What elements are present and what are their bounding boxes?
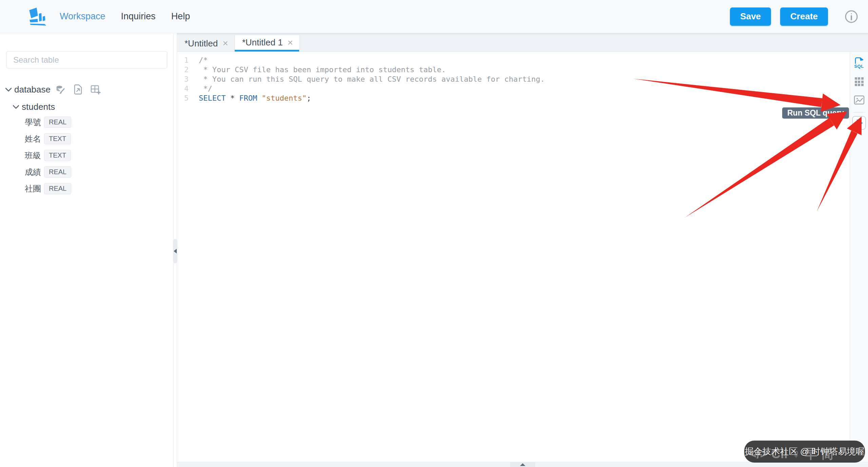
watermark-badge: </> Cli ♀ 早 简 掘金技术社区 @ 时钟塔易境喔 bbox=[744, 441, 865, 463]
nav-links: WorkspaceInquiriesHelp bbox=[60, 11, 190, 22]
database-label: database bbox=[14, 84, 51, 95]
chart-view-icon[interactable] bbox=[852, 93, 866, 107]
token-comment: * You can run this SQL query to make all… bbox=[199, 75, 545, 83]
column-name: 班級 bbox=[25, 150, 41, 161]
run-query-tooltip: Run SQL query bbox=[782, 107, 849, 119]
chevron-left-icon bbox=[174, 249, 177, 253]
column-name: 姓名 bbox=[25, 134, 41, 144]
results-panel-collapsed-bar bbox=[177, 462, 868, 467]
column-row: 成績REAL bbox=[0, 164, 173, 180]
column-row: 社團REAL bbox=[0, 180, 173, 197]
close-icon[interactable]: × bbox=[288, 38, 293, 47]
code-line: 3 * You can run this SQL query to make a… bbox=[177, 75, 850, 84]
tab-label: *Untitled 1 bbox=[242, 37, 283, 48]
token-keyword: SELECT bbox=[199, 94, 226, 102]
sidebar-splitter bbox=[174, 33, 177, 467]
column-type-badge: REAL bbox=[44, 117, 71, 128]
code-text: */ bbox=[199, 84, 212, 94]
editor-tabbar: *Untitled×*Untitled 1× bbox=[177, 33, 868, 52]
code-line: 1/* bbox=[177, 56, 850, 65]
code-line: 2 * Your CSV file has been imported into… bbox=[177, 65, 850, 75]
column-row: 學號REAL bbox=[0, 114, 173, 130]
code-line: 5SELECT * FROM "students"; bbox=[177, 94, 850, 103]
token-plain: * bbox=[226, 94, 239, 102]
sqliteviz-app: WorkspaceInquiriesHelp Save Create datab… bbox=[0, 0, 868, 467]
nav-link-workspace[interactable]: Workspace bbox=[60, 11, 105, 22]
chevron-up-icon bbox=[520, 463, 525, 466]
token-keyword: FROM bbox=[239, 94, 257, 102]
file-export-icon[interactable] bbox=[73, 84, 83, 95]
sql-view-icon[interactable]: SQL bbox=[852, 56, 866, 69]
column-type-badge: REAL bbox=[44, 166, 71, 178]
database-edit-icon[interactable] bbox=[55, 84, 65, 95]
token-comment: * Your CSV file has been imported into s… bbox=[199, 65, 446, 74]
info-icon[interactable] bbox=[844, 9, 859, 24]
column-name: 學號 bbox=[25, 117, 41, 128]
line-number: 5 bbox=[177, 94, 189, 103]
chevron-down-icon[interactable] bbox=[12, 102, 20, 111]
token-plain: ; bbox=[307, 94, 311, 102]
database-tree-row: database bbox=[4, 84, 173, 95]
tab-0[interactable]: *Untitled× bbox=[177, 35, 235, 52]
sidebar-collapse-handle[interactable] bbox=[173, 239, 177, 263]
column-row: 姓名TEXT bbox=[0, 130, 173, 147]
column-list: 學號REAL姓名TEXT班級TEXT成績REAL社團REAL bbox=[0, 114, 173, 197]
code-text: /* bbox=[199, 56, 208, 65]
column-type-badge: TEXT bbox=[44, 133, 71, 144]
nav-link-inquiries[interactable]: Inquiries bbox=[121, 11, 156, 22]
code-text: * Your CSV file has been imported into s… bbox=[199, 65, 446, 75]
close-icon[interactable]: × bbox=[223, 39, 228, 48]
token-comment: */ bbox=[199, 84, 212, 93]
grid-icon bbox=[855, 77, 864, 86]
line-number: 3 bbox=[177, 75, 189, 84]
create-button[interactable]: Create bbox=[780, 7, 828, 26]
column-row: 班級TEXT bbox=[0, 147, 173, 164]
top-navbar: WorkspaceInquiriesHelp Save Create bbox=[0, 0, 868, 33]
column-type-badge: TEXT bbox=[44, 150, 71, 161]
code-text: SELECT * FROM "students"; bbox=[199, 94, 311, 103]
nav-link-help[interactable]: Help bbox=[171, 11, 190, 22]
table-add-icon[interactable] bbox=[91, 84, 101, 95]
expand-results-handle[interactable] bbox=[510, 462, 535, 467]
tab-label: *Untitled bbox=[185, 38, 218, 49]
line-number: 1 bbox=[177, 56, 189, 65]
line-number: 4 bbox=[177, 84, 189, 94]
sql-view-label: SQL bbox=[854, 64, 864, 69]
schema-sidebar: database bbox=[0, 33, 174, 467]
chevron-down-icon[interactable] bbox=[4, 85, 13, 94]
code-line: 4 */ bbox=[177, 84, 850, 94]
table-view-icon[interactable] bbox=[852, 75, 866, 88]
watermark-text: 掘金技术社区 @ 时钟塔易境喔 bbox=[745, 446, 865, 458]
save-button[interactable]: Save bbox=[730, 7, 771, 26]
column-name: 社團 bbox=[25, 183, 41, 194]
token-plain bbox=[257, 94, 262, 102]
token-string: "students" bbox=[262, 94, 306, 102]
rail-divider bbox=[853, 112, 865, 113]
table-name: students bbox=[22, 102, 55, 112]
code-text: * You can run this SQL query to make all… bbox=[199, 75, 545, 84]
app-logo-icon[interactable] bbox=[24, 5, 48, 28]
tab-1[interactable]: *Untitled 1× bbox=[235, 35, 299, 52]
run-query-button[interactable] bbox=[852, 116, 866, 130]
view-switcher-rail: SQL bbox=[850, 52, 868, 462]
column-name: 成績 bbox=[25, 167, 41, 178]
table-tree-row-students: students bbox=[12, 102, 173, 112]
sql-editor[interactable]: 1/*2 * Your CSV file has been imported i… bbox=[177, 52, 850, 462]
line-number: 2 bbox=[177, 65, 189, 75]
column-type-badge: REAL bbox=[44, 183, 71, 194]
play-icon bbox=[857, 119, 863, 127]
search-table-input[interactable] bbox=[6, 51, 167, 68]
token-comment: /* bbox=[199, 56, 208, 64]
